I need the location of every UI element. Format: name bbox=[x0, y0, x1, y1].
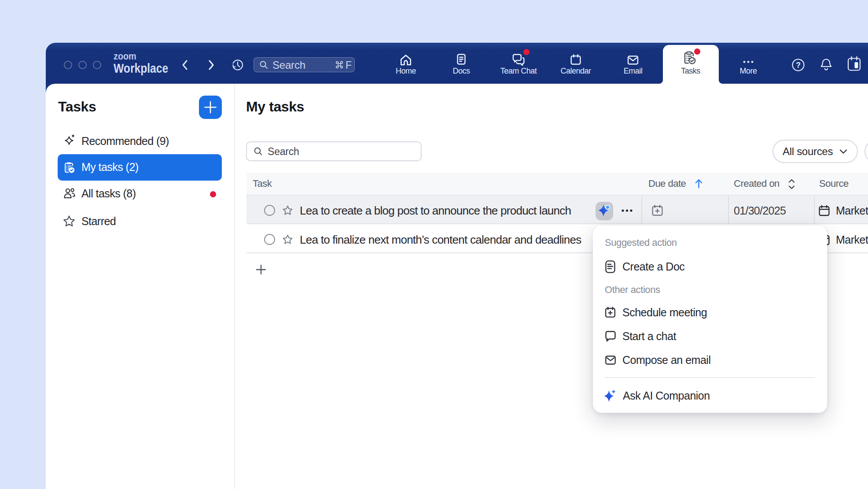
svg-text:?: ? bbox=[796, 61, 801, 70]
